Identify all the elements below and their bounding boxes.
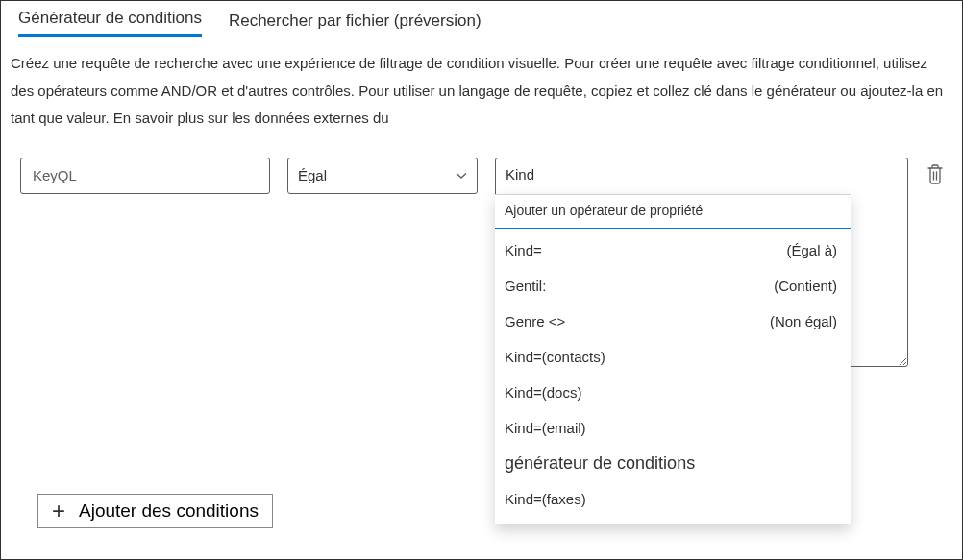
dropdown-item[interactable]: Gentil: (Contient) — [495, 268, 851, 304]
dropdown-item[interactable]: Kind=(email) — [495, 410, 851, 446]
value-wrapper: Kind Ajouter un opérateur de propriété K… — [495, 158, 908, 370]
dropdown-item-label: Gentil: — [505, 278, 546, 294]
dropdown-item[interactable]: Kind=(faxes) — [495, 481, 851, 517]
operator-label: Égal — [298, 167, 327, 183]
dropdown-item-hint: (Non égal) — [770, 313, 837, 329]
tab-condition-builder[interactable]: Générateur de conditions — [18, 9, 202, 37]
dropdown-item[interactable]: Kind= (Égal à) — [495, 232, 851, 268]
trash-icon[interactable] — [926, 163, 945, 184]
dropdown-item[interactable]: Kind=(contacts) — [495, 339, 851, 375]
dropdown-header: Ajouter un opérateur de propriété — [495, 195, 851, 229]
condition-row: Égal Kind Ajouter un opérateur de propri… — [1, 133, 962, 370]
tabs-bar: Générateur de conditions Rechercher par … — [1, 1, 962, 37]
property-operator-dropdown: Ajouter un opérateur de propriété Kind= … — [495, 194, 851, 524]
dropdown-item-label: Kind=(contacts) — [505, 349, 605, 365]
dropdown-item[interactable]: Kind=(docs) — [495, 375, 851, 410]
chevron-down-icon — [456, 170, 467, 182]
dropdown-item-label: Genre <> — [505, 313, 565, 329]
dropdown-item-label: Kind=(email) — [505, 420, 586, 436]
tab-search-by-file[interactable]: Rechercher par fichier (préversion) — [229, 12, 482, 37]
dropdown-item-hint: (Contient) — [774, 278, 837, 294]
description-text: Créez une requête de recherche avec une … — [1, 37, 962, 133]
dropdown-item-label: Kind=(faxes) — [505, 491, 586, 507]
dropdown-section-title: générateur de conditions — [495, 446, 851, 481]
field-input[interactable] — [20, 158, 270, 194]
dropdown-item[interactable]: Genre <> (Non égal) — [495, 304, 851, 339]
dropdown-item-label: Kind=(docs) — [505, 384, 581, 401]
plus-icon: + — [48, 500, 69, 522]
add-conditions-label: Ajouter des conditions — [79, 500, 259, 522]
add-conditions-button[interactable]: + Ajouter des conditions — [37, 494, 273, 528]
dropdown-item-label: Kind= — [505, 242, 542, 258]
operator-select[interactable]: Égal — [287, 158, 478, 194]
dropdown-item-hint: (Égal à) — [786, 242, 837, 258]
dropdown-list: Kind= (Égal à) Gentil: (Contient) Genre … — [495, 229, 851, 524]
